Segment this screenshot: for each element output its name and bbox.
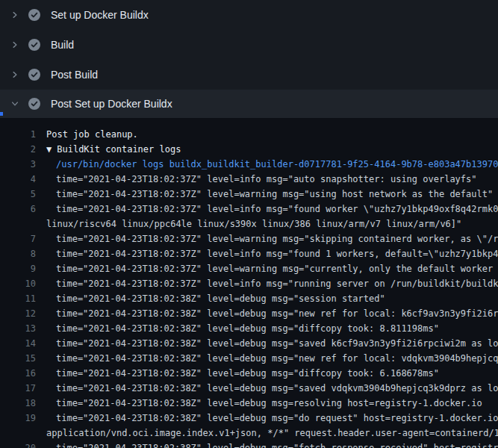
check-circle-icon (28, 39, 40, 51)
line-number[interactable]: 19 (0, 411, 36, 426)
check-circle-icon (28, 9, 40, 21)
log-line: 15 time="2021-04-23T18:02:38Z" level=deb… (0, 351, 498, 366)
line-number[interactable]: 10 (0, 276, 36, 291)
chevron-right-icon (9, 98, 21, 110)
log-line: 6 time="2021-04-23T18:02:37Z" level=info… (0, 202, 498, 217)
line-number[interactable]: 6 (0, 202, 36, 217)
line-number[interactable]: 4 (0, 172, 36, 187)
line-number[interactable]: 14 (0, 336, 36, 351)
log-text: time="2021-04-23T18:02:37Z" level=info m… (36, 246, 498, 261)
log-line: 11 time="2021-04-23T18:02:38Z" level=deb… (0, 291, 498, 306)
line-number[interactable]: 1 (0, 127, 36, 142)
log-line: 19 time="2021-04-23T18:02:38Z" level=deb… (0, 411, 498, 426)
log-line: 18 time="2021-04-23T18:02:38Z" level=deb… (0, 396, 498, 411)
log-line: 5 time="2021-04-23T18:02:37Z" level=warn… (0, 187, 498, 202)
log-line-continuation: linux/riscv64 linux/ppc64le linux/s390x … (0, 217, 498, 231)
log-line: 8 time="2021-04-23T18:02:37Z" level=info… (0, 246, 498, 261)
line-number[interactable]: 18 (0, 396, 36, 411)
line-number[interactable]: 3 (0, 157, 36, 172)
line-number[interactable]: 12 (0, 306, 36, 321)
line-number[interactable]: 15 (0, 351, 36, 366)
log-line: 2 ▼BuildKit container logs (0, 142, 498, 157)
step-label: Build (51, 39, 74, 51)
log-line: 9 time="2021-04-23T18:02:37Z" level=warn… (0, 261, 498, 276)
actions-log-viewer: Set up Docker Buildx Build P (0, 0, 498, 448)
step-row[interactable]: Post Set up Docker Buildx (0, 90, 498, 118)
log-text: linux/riscv64 linux/ppc64le linux/s390x … (36, 217, 461, 231)
step-label: Set up Docker Buildx (51, 9, 149, 21)
log-text: /usr/bin/docker logs buildx_buildkit_bui… (36, 157, 498, 172)
log-text: time="2021-04-23T18:02:37Z" level=warnin… (36, 231, 498, 246)
log-text: Post job cleanup. (36, 127, 138, 142)
log-text: time="2021-04-23T18:02:37Z" level=info m… (36, 276, 498, 291)
line-number[interactable]: 13 (0, 321, 36, 336)
log-text: time="2021-04-23T18:02:37Z" level=warnin… (36, 261, 498, 276)
log-text: time="2021-04-23T18:02:38Z" level=debug … (36, 396, 482, 411)
line-number[interactable] (0, 426, 36, 441)
log-line: 16 time="2021-04-23T18:02:38Z" level=deb… (0, 366, 498, 381)
log-text: application/vnd.oci.image.index.v1+json,… (36, 426, 498, 441)
log-line: 17 time="2021-04-23T18:02:38Z" level=deb… (0, 381, 498, 396)
line-number[interactable]: 5 (0, 187, 36, 202)
line-number[interactable]: 16 (0, 366, 36, 381)
step-row[interactable]: Set up Docker Buildx (0, 0, 498, 30)
log-line: 10 time="2021-04-23T18:02:37Z" level=inf… (0, 276, 498, 291)
log-text: time="2021-04-23T18:02:38Z" level=debug … (36, 321, 439, 336)
line-number[interactable]: 2 (0, 142, 36, 157)
log-text: time="2021-04-23T18:02:38Z" level=debug … (36, 411, 498, 426)
group-title[interactable]: BuildKit container logs (57, 144, 181, 155)
log-line: 14 time="2021-04-23T18:02:38Z" level=deb… (0, 336, 498, 351)
line-number[interactable]: 9 (0, 261, 36, 276)
log-text: time="2021-04-23T18:02:38Z" level=debug … (36, 291, 385, 306)
check-circle-icon (28, 98, 40, 110)
line-number[interactable]: 8 (0, 246, 36, 261)
line-number[interactable]: 17 (0, 381, 36, 396)
step-label: Post Build (51, 69, 98, 81)
step-row[interactable]: Post Build (0, 60, 498, 90)
log-text: time="2021-04-23T18:02:37Z" level=info m… (36, 202, 498, 217)
log-line: 20 time="2021-04-23T18:02:38Z" level=deb… (0, 441, 498, 448)
log-line: 13 time="2021-04-23T18:02:38Z" level=deb… (0, 321, 498, 336)
log-text: time="2021-04-23T18:02:38Z" level=debug … (36, 336, 498, 351)
line-number[interactable]: 20 (0, 441, 36, 448)
log-text: time="2021-04-23T18:02:38Z" level=debug … (36, 306, 498, 321)
log-text: time="2021-04-23T18:02:38Z" level=debug … (36, 381, 498, 396)
check-circle-icon (28, 69, 40, 81)
log-line: 7 time="2021-04-23T18:02:37Z" level=warn… (0, 231, 498, 246)
line-number[interactable] (0, 217, 36, 231)
line-number[interactable]: 11 (0, 291, 36, 306)
log-line: 4 time="2021-04-23T18:02:37Z" level=info… (0, 172, 498, 187)
step-label: Post Set up Docker Buildx (51, 98, 172, 110)
chevron-right-icon (9, 9, 21, 21)
steps-list: Set up Docker Buildx Build P (0, 0, 498, 118)
line-number[interactable]: 7 (0, 231, 36, 246)
log-text: time="2021-04-23T18:02:38Z" level=debug … (36, 441, 498, 448)
log-line: 3 /usr/bin/docker logs buildx_buildkit_b… (0, 157, 498, 172)
log-text: time="2021-04-23T18:02:38Z" level=debug … (36, 351, 498, 366)
log-text: ▼BuildKit container logs (36, 142, 181, 157)
step-row[interactable]: Build (0, 30, 498, 60)
log-line: 1 Post job cleanup. (0, 127, 498, 142)
group-collapse-icon[interactable]: ▼ (46, 144, 52, 155)
log-text: time="2021-04-23T18:02:38Z" level=debug … (36, 366, 439, 381)
log-line-continuation: application/vnd.oci.image.index.v1+json,… (0, 426, 498, 441)
chevron-right-icon (9, 39, 21, 51)
log-area: 1 Post job cleanup. 2 ▼BuildKit containe… (0, 118, 498, 448)
log-line: 12 time="2021-04-23T18:02:38Z" level=deb… (0, 306, 498, 321)
log-text: time="2021-04-23T18:02:37Z" level=warnin… (36, 187, 493, 202)
focus-indicator (0, 112, 3, 116)
log-text: time="2021-04-23T18:02:37Z" level=info m… (36, 172, 477, 187)
chevron-right-icon (9, 69, 21, 81)
